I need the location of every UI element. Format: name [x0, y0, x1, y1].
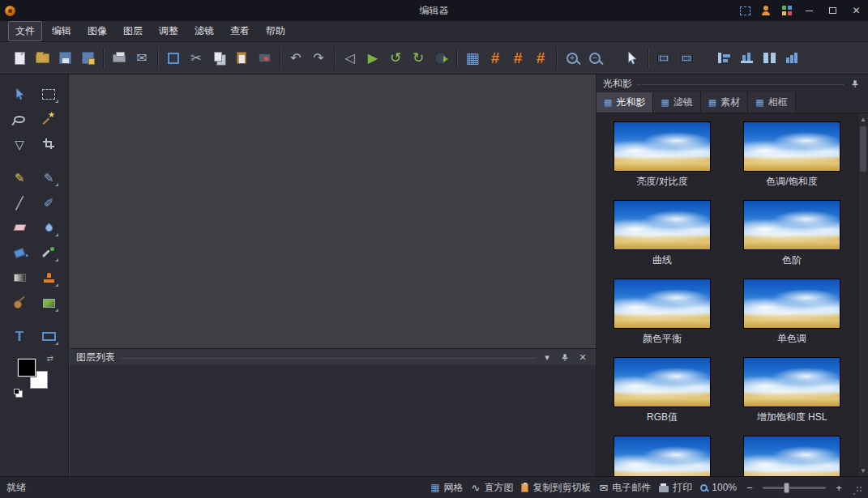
align-left-button[interactable]	[712, 47, 735, 70]
texture-tool[interactable]	[38, 293, 59, 313]
effect-item[interactable]	[743, 436, 840, 476]
tab-materials[interactable]: ▦ 素材	[701, 92, 748, 113]
tab-filters[interactable]: ▦ 滤镜	[653, 92, 700, 113]
effects-pin-button[interactable]	[849, 77, 862, 90]
copy-to-clipboard-button[interactable]: 复制到剪切板	[521, 481, 591, 495]
undo-button[interactable]: ↶	[284, 47, 307, 70]
zoom-slider[interactable]	[763, 487, 826, 489]
effect-item[interactable]: RGB值	[614, 357, 711, 423]
capture-region-button[interactable]	[652, 47, 675, 70]
menu-filter[interactable]: 滤镜	[188, 22, 220, 40]
effect-item[interactable]: 增加饱和度 HSL	[743, 357, 840, 423]
menu-help[interactable]: 帮助	[259, 22, 292, 40]
lasso-tool[interactable]	[9, 109, 30, 129]
polygon-lasso-tool[interactable]: ▽	[9, 134, 30, 154]
distribute-button[interactable]	[758, 47, 780, 70]
color-picker-tool[interactable]	[38, 243, 59, 262]
effects-scrollbar[interactable]: ▲ ▼	[857, 113, 868, 476]
line-tool[interactable]: ╱	[9, 193, 30, 212]
text-tool[interactable]: T	[9, 326, 30, 346]
scroll-up-button[interactable]: ▲	[858, 113, 868, 125]
grid-thirds-button[interactable]: #	[507, 47, 529, 70]
new-button[interactable]	[8, 47, 31, 70]
email-button-status[interactable]: ✉ 电子邮件	[599, 481, 651, 495]
fill-tool[interactable]	[9, 243, 30, 262]
capture-window-button[interactable]	[675, 47, 698, 70]
menu-file[interactable]: 文件	[8, 21, 42, 41]
airbrush-tool[interactable]	[9, 293, 30, 313]
crop-tool[interactable]	[38, 134, 59, 154]
minimize-button[interactable]	[797, 0, 821, 21]
pointer-button[interactable]	[621, 47, 644, 70]
layers-collapse-button[interactable]: ▾	[541, 351, 554, 364]
zoom-decrease-button[interactable]: −	[745, 482, 755, 494]
marquee-tool[interactable]	[38, 84, 59, 104]
zoom-in-button[interactable]: +	[561, 47, 584, 70]
blur-tool[interactable]	[38, 218, 59, 237]
rotate-left-button[interactable]: ↺	[384, 47, 407, 70]
swap-colors-button[interactable]: ⇄	[47, 354, 53, 363]
duplicate-button[interactable]	[162, 47, 185, 70]
scrollbar-thumb[interactable]	[860, 126, 866, 172]
free-rotate-button[interactable]	[430, 47, 452, 70]
effect-item[interactable]: 亮度/对比度	[614, 121, 711, 187]
zoom-slider-thumb[interactable]	[784, 483, 789, 493]
grid-toggle-button[interactable]: ▦ 网格	[430, 481, 463, 495]
menu-edit[interactable]: 编辑	[45, 22, 78, 40]
perspective-grid-button[interactable]: ▦	[461, 47, 484, 70]
zoom-increase-button[interactable]: +	[834, 482, 844, 494]
cut-button[interactable]: ✂	[185, 47, 207, 70]
paste-button[interactable]	[230, 47, 253, 70]
default-colors-button[interactable]	[14, 389, 19, 394]
print-button-status[interactable]: 打印	[659, 481, 692, 495]
print-button[interactable]	[108, 47, 130, 70]
save-as-button[interactable]	[76, 47, 99, 70]
account-button[interactable]	[755, 0, 776, 21]
flip-horizontal-button[interactable]: ◁	[339, 47, 361, 70]
apps-button[interactable]	[776, 0, 797, 21]
brush-tool[interactable]: ✐	[38, 193, 59, 212]
effect-item[interactable]: 色阶	[743, 200, 840, 266]
histogram-button[interactable]: ∿ 直方图	[471, 481, 513, 495]
scroll-down-button[interactable]: ▼	[858, 465, 868, 476]
select-tool[interactable]	[9, 84, 30, 104]
foreground-color-swatch[interactable]	[18, 359, 36, 377]
menu-image[interactable]: 图像	[81, 22, 113, 40]
tab-light-shadow[interactable]: ▦ 光和影	[596, 92, 653, 113]
open-button[interactable]	[31, 47, 53, 70]
arrange-button[interactable]	[780, 47, 803, 70]
save-button[interactable]	[53, 47, 76, 70]
effect-item[interactable]	[614, 436, 711, 476]
shape-tool[interactable]	[38, 326, 59, 346]
close-button[interactable]: ✕	[844, 0, 868, 21]
flip-vertical-button[interactable]: ▶	[361, 47, 384, 70]
gradient-tool[interactable]	[9, 268, 30, 287]
resize-grip[interactable]	[853, 483, 862, 492]
effect-item[interactable]: 单色调	[743, 279, 840, 344]
grid-golden-button[interactable]: #	[529, 47, 552, 70]
pencil-tool[interactable]: ✎	[9, 168, 30, 187]
redo-button[interactable]: ↷	[307, 47, 330, 70]
rotate-right-button[interactable]: ↻	[407, 47, 430, 70]
tab-frames[interactable]: ▦ 相框	[748, 92, 795, 113]
align-bottom-button[interactable]	[735, 47, 758, 70]
menu-adjust[interactable]: 调整	[152, 22, 185, 40]
magic-wand-tool[interactable]: ★	[38, 109, 59, 129]
eraser-tool[interactable]	[9, 218, 30, 237]
layers-close-button[interactable]: ✕	[576, 351, 589, 364]
screenshot-button[interactable]	[253, 47, 276, 70]
menu-layer[interactable]: 图层	[117, 22, 149, 40]
grid-snap-button[interactable]: #	[484, 47, 507, 70]
copy-button[interactable]	[207, 47, 230, 70]
effect-item[interactable]: 色调/饱和度	[743, 121, 840, 187]
clone-stamp-tool[interactable]	[38, 268, 59, 287]
menu-view[interactable]: 查看	[224, 22, 256, 40]
email-button[interactable]: ✉	[130, 47, 153, 70]
layers-pin-button[interactable]	[558, 351, 571, 364]
zoom-out-button[interactable]: −	[584, 47, 606, 70]
pen-tool[interactable]: ✎	[38, 168, 59, 187]
effect-item[interactable]: 颜色平衡	[614, 279, 711, 344]
maximize-button[interactable]	[821, 0, 844, 21]
effect-item[interactable]: 曲线	[614, 200, 711, 266]
fullscreen-button[interactable]	[734, 0, 755, 21]
